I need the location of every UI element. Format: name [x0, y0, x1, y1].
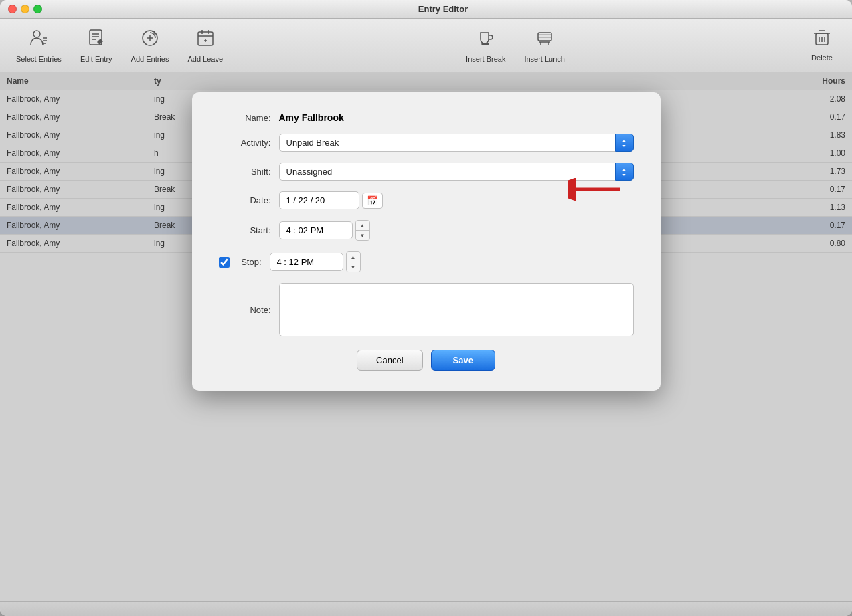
- edit-entry-modal: Name: Amy Fallbrook Activity: Unpaid Bre…: [192, 92, 661, 391]
- calendar-button[interactable]: 📅: [362, 193, 383, 209]
- content-area: Name ty Hours Fallbrook, Amy ing 2.08 Fa…: [0, 72, 852, 601]
- main-window: Entry Editor Select Entries: [0, 0, 852, 616]
- activity-label: Activity:: [219, 138, 279, 148]
- save-button[interactable]: Save: [431, 350, 495, 371]
- activity-select[interactable]: Unpaid Break: [279, 134, 634, 152]
- maximize-button[interactable]: [33, 5, 42, 13]
- note-textarea[interactable]: [279, 283, 634, 336]
- insert-lunch-icon: [534, 27, 556, 52]
- delete-icon: [813, 29, 831, 51]
- note-label: Note:: [219, 305, 279, 315]
- activity-row: Activity: Unpaid Break: [219, 134, 634, 152]
- add-entries-icon: [139, 27, 161, 52]
- start-stepper-up[interactable]: ▲: [356, 221, 369, 230]
- start-stepper-down[interactable]: ▼: [356, 231, 369, 240]
- arrow-annotation: [568, 175, 621, 207]
- select-entries-label: Select Entries: [16, 55, 62, 63]
- toolbar-edit-entry[interactable]: Edit Entry: [71, 25, 122, 66]
- stop-stepper-down[interactable]: ▼: [347, 262, 360, 272]
- insert-break-label: Insert Break: [466, 55, 505, 63]
- toolbar-insert-lunch[interactable]: Insert Lunch: [515, 25, 574, 66]
- activity-select-wrapper: Unpaid Break: [279, 134, 634, 152]
- note-row: Note:: [219, 283, 634, 336]
- stop-checkbox[interactable]: [219, 257, 230, 268]
- name-row: Name: Amy Fallbrook: [219, 112, 634, 123]
- cancel-button[interactable]: Cancel: [357, 350, 422, 371]
- toolbar-delete[interactable]: Delete: [798, 26, 845, 64]
- delete-label: Delete: [811, 54, 833, 62]
- stop-time-input[interactable]: [270, 253, 343, 271]
- date-input[interactable]: [279, 191, 359, 209]
- activity-select-btn[interactable]: [615, 134, 634, 152]
- status-bar: [0, 601, 852, 616]
- start-time-input[interactable]: [279, 221, 353, 239]
- shift-label: Shift:: [219, 167, 279, 177]
- close-button[interactable]: [8, 5, 17, 13]
- stop-stepper: ▲ ▼: [346, 251, 361, 272]
- insert-lunch-label: Insert Lunch: [524, 55, 565, 63]
- window-title: Entry Editor: [42, 4, 844, 14]
- svg-rect-11: [198, 32, 213, 45]
- edit-entry-label: Edit Entry: [80, 55, 112, 63]
- add-leave-icon: [195, 27, 216, 52]
- stop-row: Stop: ▲ ▼: [219, 251, 634, 272]
- title-bar: Entry Editor: [0, 0, 852, 19]
- modal-overlay: Name: Amy Fallbrook Activity: Unpaid Bre…: [0, 72, 852, 601]
- start-label: Start:: [219, 225, 279, 235]
- add-leave-label: Add Leave: [187, 55, 223, 63]
- minimize-button[interactable]: [21, 5, 29, 13]
- svg-point-0: [33, 31, 40, 37]
- edit-entry-icon: [86, 27, 107, 52]
- date-label: Date:: [219, 195, 279, 205]
- toolbar-select-entries[interactable]: Select Entries: [7, 25, 71, 66]
- traffic-lights: [8, 5, 42, 13]
- svg-rect-19: [538, 34, 551, 35]
- toolbar: Select Entries Edit Entry: [0, 19, 852, 72]
- select-entries-icon: [28, 27, 50, 52]
- modal-buttons: Cancel Save: [219, 350, 634, 371]
- date-wrapper: 📅: [279, 191, 383, 209]
- toolbar-add-entries[interactable]: Add Entries: [122, 25, 179, 66]
- start-time-wrapper: ▲ ▼: [279, 220, 370, 241]
- start-row: Start: ▲ ▼: [219, 220, 634, 241]
- name-label: Name:: [219, 113, 279, 123]
- toolbar-insert-break[interactable]: Insert Break: [456, 25, 515, 66]
- stop-stepper-up[interactable]: ▲: [347, 252, 360, 262]
- stop-label: Stop:: [230, 257, 270, 267]
- add-entries-label: Add Entries: [131, 55, 169, 63]
- start-stepper: ▲ ▼: [355, 220, 370, 241]
- svg-rect-20: [538, 37, 551, 38]
- insert-break-icon: [475, 27, 497, 52]
- toolbar-add-leave[interactable]: Add Leave: [178, 25, 232, 66]
- svg-rect-17: [482, 43, 489, 45]
- name-value: Amy Fallbrook: [279, 112, 344, 123]
- stop-time-wrapper: ▲ ▼: [270, 251, 361, 272]
- stop-checkbox-label[interactable]: [219, 257, 230, 268]
